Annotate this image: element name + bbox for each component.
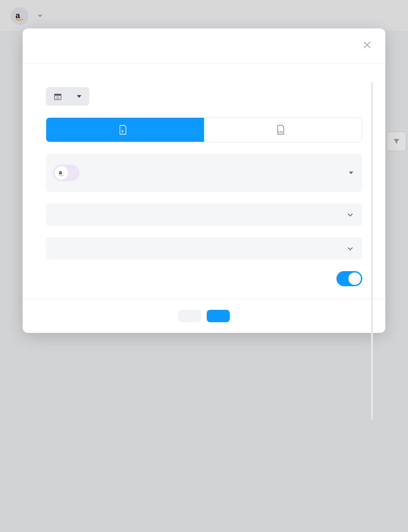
file-type-csv[interactable]: CSV [204,118,362,142]
svg-text:31: 31 [56,96,60,99]
modal-overlay: 31 x CSV [0,0,408,532]
svg-text:x: x [121,129,124,133]
select-account-section: a [46,154,362,192]
svg-text:a: a [59,169,62,176]
show-items-toggle[interactable] [336,271,362,286]
cancel-button[interactable] [178,310,201,322]
excel-file-icon: x [119,125,128,135]
scrollbar[interactable] [371,82,373,420]
order-status-select[interactable] [46,237,362,260]
chevron-down-icon [347,212,353,218]
modal-header [23,28,385,64]
modal-body: 31 x CSV [23,64,385,299]
modal-footer [23,299,385,333]
order-status-section [46,237,362,260]
caret-down-icon [77,95,81,98]
calendar-icon: 31 [54,92,62,100]
close-button[interactable] [363,41,371,51]
file-type-section: x CSV [46,117,362,142]
svg-text:CSV: CSV [278,131,283,133]
sort-by-section [46,204,362,226]
close-icon [363,41,371,49]
chevron-down-icon [347,245,353,252]
submit-button[interactable] [207,310,230,322]
date-range-section: 31 [46,79,362,106]
account-chip[interactable]: a [53,164,80,181]
csv-file-icon: CSV [276,125,285,135]
account-selector[interactable]: a [46,154,362,192]
show-items-section [46,271,362,286]
amazon-mini-logo: a [55,166,68,180]
sort-by-select[interactable] [46,204,362,226]
export-modal: 31 x CSV [23,28,385,333]
file-type-excel[interactable]: x [46,118,204,142]
date-range-selector[interactable]: 31 [46,87,89,106]
dropdown-caret-icon [349,172,353,174]
